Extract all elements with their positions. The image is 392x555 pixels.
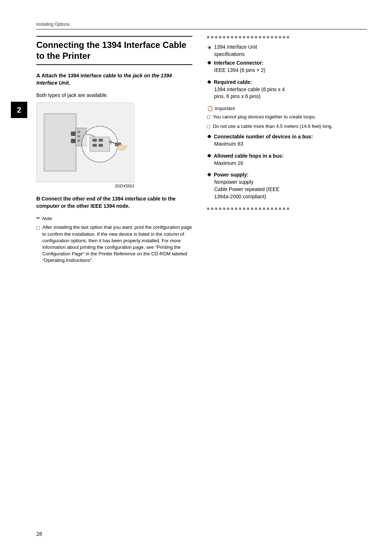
spec-section-required-cable: ❖ Required cable: 1394 interface cable (… [207, 79, 367, 100]
dot [279, 36, 281, 39]
header-text: Installing Options [36, 22, 70, 27]
diamond-icon: ❖ [207, 134, 212, 139]
dot [211, 36, 213, 39]
page: Installing Options 2 Connecting the 1394… [0, 0, 392, 555]
top-dots-bar [207, 36, 367, 39]
page-number: 28 [36, 531, 42, 537]
step-b: B Connect the other end of the 1394 inte… [36, 195, 192, 210]
svg-rect-15 [93, 144, 97, 147]
dot [271, 36, 273, 39]
dot [219, 207, 221, 210]
sidebar-number: 2 [11, 102, 27, 118]
dot [227, 207, 229, 210]
dot [243, 207, 245, 210]
spec-label-power-supply: ❖ Power supply: [207, 172, 367, 178]
spec-section-connectable-devices: ❖ Connectable number of devices in a bus… [207, 134, 367, 148]
dot [231, 36, 233, 39]
svg-rect-6 [77, 131, 80, 133]
bottom-dots-bar [207, 207, 367, 210]
step-a-intro: Attach the 1394 interface cable to the j… [36, 73, 172, 86]
dot [267, 36, 269, 39]
dot [283, 207, 285, 210]
header-bar: Installing Options [36, 22, 367, 29]
dot [279, 207, 281, 210]
spec-intro: ☀ 1394 Interface Unitspecifications [207, 44, 367, 58]
step-a-label: A [36, 72, 40, 78]
important-icon: 📋 [207, 105, 213, 112]
spec-value-required-cable: 1394 interface cable (6 pins x 4pins, 6 … [214, 86, 367, 100]
label-text: Power supply: [214, 172, 249, 178]
dot [231, 207, 233, 210]
spec-value-power-supply: Nonpower supplyCable Power repeated (IEE… [214, 179, 367, 200]
dot [207, 36, 209, 39]
sun-icon: ☀ [207, 44, 212, 51]
spec-value-connectable-devices: Maximum 63 [214, 141, 367, 148]
diamond-icon: ❖ [207, 153, 212, 159]
spec-section-cable-hops: ❖ Allowed cable hops in a bus: Maximum 1… [207, 153, 367, 167]
note-item: □ After installing the last option that … [36, 224, 192, 264]
label-text: Allowed cable hops in a bus: [214, 153, 283, 159]
dot [251, 207, 253, 210]
step-a: A Attach the 1394 interface cable to the… [36, 72, 192, 86]
image-caption: 2GDX550J [36, 184, 134, 188]
diamond-icon: ❖ [207, 60, 212, 66]
dot [247, 207, 249, 210]
dot [247, 36, 249, 39]
dot [223, 207, 225, 210]
left-column: Connecting the 1394 Interface Cable to t… [36, 36, 192, 267]
label-text: Connectable number of devices in a bus: [214, 134, 313, 139]
spec-label-cable-hops: ❖ Allowed cable hops in a bus: [207, 153, 367, 159]
spec-label-required-cable: ❖ Required cable: [207, 79, 367, 85]
imp-checkbox-icon: □ [207, 123, 210, 130]
note-checkbox-icon: □ [36, 224, 39, 264]
dot [235, 36, 237, 39]
dot [251, 36, 253, 39]
imp-item-text-2: Do not use a cable more than 4.5 meters … [213, 123, 332, 130]
dot [259, 207, 261, 210]
note-label: Note [42, 216, 52, 221]
diamond-icon: ❖ [207, 172, 212, 178]
dot [263, 207, 265, 210]
dot [243, 36, 245, 39]
dot [223, 36, 225, 39]
dot [235, 207, 237, 210]
content-area: Connecting the 1394 Interface Cable to t… [36, 36, 367, 267]
dot [219, 36, 221, 39]
dot [271, 207, 273, 210]
step-a-text: Attach the 1394 interface cable to the j… [36, 73, 172, 86]
spec-intro-text: 1394 Interface Unitspecifications [214, 44, 257, 58]
right-column: ☀ 1394 Interface Unitspecifications ❖ In… [207, 36, 367, 267]
dot [263, 36, 265, 39]
important-item-2: □ Do not use a cable more than 4.5 meter… [207, 123, 367, 130]
spec-label-connectable-devices: ❖ Connectable number of devices in a bus… [207, 134, 367, 139]
spec-label-interface-connector: ❖ Interface Connector: [207, 60, 367, 66]
main-title-text: Connecting the 1394 Interface Cable to t… [36, 40, 186, 61]
dot [215, 207, 217, 210]
important-label: Important [215, 106, 235, 111]
dot [259, 36, 261, 39]
diamond-icon: ❖ [207, 79, 212, 85]
dot [267, 207, 269, 210]
svg-rect-8 [77, 139, 80, 142]
dot [211, 207, 213, 210]
main-title: Connecting the 1394 Interface Cable to t… [36, 36, 192, 65]
label-text: Required cable: [214, 79, 252, 85]
spec-section-interface-connector: ❖ Interface Connector: IEEE 1394 (6 pins… [207, 60, 367, 74]
imp-checkbox-icon: □ [207, 114, 210, 121]
dot [239, 36, 241, 39]
spec-value-interface-connector: IEEE 1394 (6 pins × 2) [214, 67, 367, 74]
note-item-text: After installing the last option that yo… [42, 224, 192, 264]
dot [283, 36, 285, 39]
dot [287, 207, 289, 210]
important-header: 📋 Important [207, 105, 367, 112]
note-header: ✏ Note [36, 215, 192, 221]
svg-rect-14 [99, 139, 103, 142]
step-b-text: Connect the other end of the 1394 interf… [36, 196, 176, 209]
dot [255, 36, 257, 39]
svg-rect-16 [99, 144, 103, 147]
dot [275, 36, 277, 39]
step-b-label: B [36, 195, 40, 202]
dot [207, 207, 209, 210]
dot [227, 36, 229, 39]
both-types-text: Both types of jack are available. [36, 92, 192, 98]
